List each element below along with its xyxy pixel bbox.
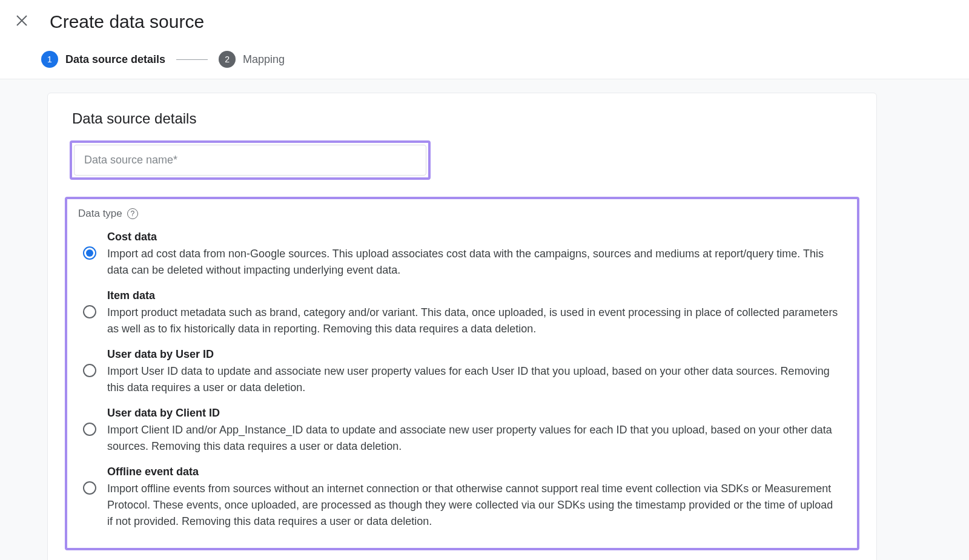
help-icon[interactable]: ? [127, 208, 138, 219]
radio-title: User data by Client ID [107, 407, 840, 420]
radio-text: Offline event data Import offline events… [107, 466, 840, 530]
step-number-1: 1 [41, 51, 58, 68]
radio-button[interactable] [83, 364, 96, 377]
radio-option-item-data[interactable]: Item data Import product metadata such a… [74, 286, 846, 344]
page-body: Data source details Data type ? Cost dat… [0, 79, 969, 560]
radio-title: Offline event data [107, 466, 840, 478]
section-title: Data source details [48, 110, 876, 140]
data-type-highlight-box: Data type ? Cost data Import ad cost dat… [65, 197, 859, 550]
radio-desc: Import offline events from sources witho… [107, 481, 840, 530]
radio-option-user-data-client-id[interactable]: User data by Client ID Import Client ID … [74, 403, 846, 462]
step-label-1: Data source details [65, 53, 165, 66]
step-number-2: 2 [219, 51, 236, 68]
dialog-header: Create data source [0, 0, 969, 39]
radio-text: User data by User ID Import User ID data… [107, 348, 840, 396]
radio-text: Cost data Import ad cost data from non-G… [107, 231, 840, 278]
step-data-source-details[interactable]: 1 Data source details [41, 51, 165, 68]
details-card: Data source details Data type ? Cost dat… [47, 93, 877, 560]
close-icon[interactable] [12, 11, 31, 33]
radio-title: Cost data [107, 231, 840, 243]
dialog-title: Create data source [50, 12, 204, 32]
radio-button[interactable] [83, 305, 96, 318]
radio-desc: Import product metadata such as brand, c… [107, 305, 840, 337]
radio-desc: Import User ID data to update and associ… [107, 363, 840, 396]
data-source-name-input[interactable] [74, 145, 426, 176]
step-mapping[interactable]: 2 Mapping [219, 51, 285, 68]
radio-text: User data by Client ID Import Client ID … [107, 407, 840, 455]
radio-text: Item data Import product metadata such a… [107, 289, 840, 337]
radio-button[interactable] [83, 423, 96, 436]
radio-button[interactable] [83, 246, 96, 260]
radio-button[interactable] [83, 481, 96, 495]
name-highlight-box [70, 140, 431, 180]
radio-desc: Import ad cost data from non-Google sour… [107, 246, 840, 278]
radio-title: User data by User ID [107, 348, 840, 361]
data-type-header: Data type ? [74, 208, 846, 220]
data-type-label: Data type [78, 208, 122, 220]
step-connector [176, 59, 208, 60]
radio-option-cost-data[interactable]: Cost data Import ad cost data from non-G… [74, 227, 846, 286]
radio-option-offline-event-data[interactable]: Offline event data Import offline events… [74, 462, 846, 537]
step-label-2: Mapping [243, 53, 285, 66]
stepper: 1 Data source details 2 Mapping [0, 39, 969, 79]
radio-desc: Import Client ID and/or App_Instance_ID … [107, 422, 840, 455]
radio-title: Item data [107, 289, 840, 302]
radio-option-user-data-user-id[interactable]: User data by User ID Import User ID data… [74, 344, 846, 403]
